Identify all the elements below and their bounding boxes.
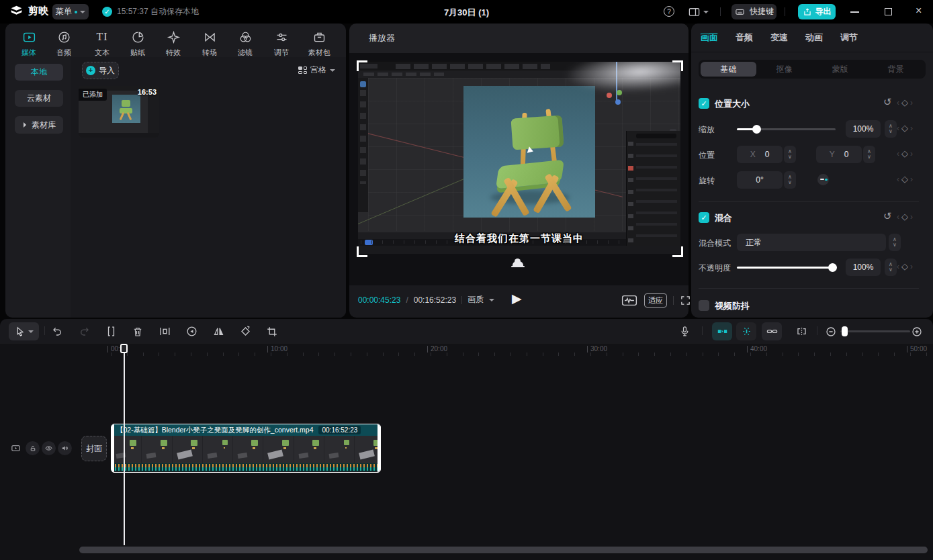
reset-icon[interactable]: ↺ bbox=[883, 96, 892, 108]
stabilize-checkbox[interactable] bbox=[699, 300, 709, 311]
rotate-button[interactable] bbox=[236, 322, 254, 340]
zoom-slider-knob[interactable] bbox=[842, 326, 848, 336]
tab-stickers[interactable]: 贴纸 bbox=[120, 28, 156, 58]
keyframe-control[interactable]: ‹◇› bbox=[897, 148, 913, 158]
reset-icon[interactable]: ↺ bbox=[883, 210, 892, 222]
fit-mode-button[interactable]: 适应 bbox=[644, 293, 667, 308]
delete-button[interactable] bbox=[129, 322, 146, 340]
subtab-mask[interactable]: 蒙版 bbox=[812, 62, 868, 77]
tab-filters[interactable]: 滤镜 bbox=[227, 28, 263, 58]
blend-checkbox[interactable]: ✓ bbox=[699, 212, 709, 223]
subtab-background[interactable]: 背景 bbox=[868, 62, 924, 77]
help-icon[interactable]: ? bbox=[664, 6, 674, 17]
export-button[interactable]: 导出 bbox=[798, 4, 836, 19]
fullscreen-icon[interactable] bbox=[680, 295, 691, 306]
blend-mode-dropdown[interactable]: 正常 bbox=[737, 234, 886, 251]
keyframe-control[interactable]: ‹◇› bbox=[897, 261, 913, 271]
rotation-stepper[interactable]: ∧∨ bbox=[784, 171, 796, 189]
horizontal-scrollbar[interactable] bbox=[79, 547, 928, 553]
subtab-basic[interactable]: 基础 bbox=[701, 62, 756, 77]
timeline-zoom-out-button[interactable] bbox=[822, 322, 840, 340]
track-lock-button[interactable] bbox=[26, 441, 40, 455]
track-visibility-button[interactable] bbox=[42, 441, 56, 455]
scale-stepper[interactable]: ∧∨ bbox=[885, 120, 897, 138]
media-item-thumbnail[interactable]: 已添加 16:53 【02-基础篇...ert.mp4 bbox=[79, 86, 159, 138]
tab-audio-settings[interactable]: 音频 bbox=[736, 32, 753, 44]
timeline-ruler[interactable]: 00:00 10:00 20:00 30:00 40:00 50:00 bbox=[79, 344, 928, 357]
view-mode-selector[interactable]: 宫格 bbox=[298, 64, 335, 76]
position-y-stepper[interactable]: ∧∨ bbox=[863, 146, 875, 163]
preview-quality-icon[interactable] bbox=[621, 294, 638, 307]
position-size-checkbox[interactable]: ✓ bbox=[699, 98, 709, 109]
position-y-field[interactable]: Y 0 bbox=[816, 146, 862, 163]
blend-mode-stepper[interactable]: ∧∨ bbox=[889, 234, 901, 251]
keyframe-control[interactable]: ‹◇› bbox=[897, 174, 913, 184]
position-x-field[interactable]: X 0 bbox=[737, 146, 783, 163]
reverse-button[interactable] bbox=[183, 322, 200, 340]
tab-adjust[interactable]: 调节 bbox=[263, 28, 300, 58]
preview-axis-toggle[interactable] bbox=[793, 322, 810, 340]
tab-picture[interactable]: 画面 bbox=[701, 32, 718, 44]
undo-button[interactable] bbox=[48, 322, 66, 340]
link-toggle[interactable] bbox=[762, 322, 782, 340]
cover-button[interactable]: 封面 bbox=[81, 436, 107, 461]
window-close-button[interactable]: × bbox=[916, 5, 922, 17]
main-track-magnet-toggle[interactable] bbox=[712, 322, 732, 340]
opacity-slider[interactable] bbox=[737, 267, 836, 269]
select-tool-button[interactable] bbox=[9, 322, 39, 340]
opacity-stepper[interactable]: ∧∨ bbox=[885, 259, 897, 276]
tab-speed[interactable]: 变速 bbox=[770, 32, 788, 44]
window-minimize-button[interactable] bbox=[850, 11, 859, 13]
shortcuts-button[interactable]: 快捷键 bbox=[731, 4, 776, 19]
keyframe-control[interactable]: ‹◇› bbox=[897, 97, 913, 107]
opacity-value[interactable]: 100% bbox=[846, 259, 881, 276]
subtab-cutout[interactable]: 抠像 bbox=[756, 62, 812, 77]
timeline-zoom-in-button[interactable] bbox=[908, 322, 926, 340]
chevron-down-icon[interactable] bbox=[489, 299, 494, 304]
mirror-button[interactable] bbox=[210, 322, 227, 340]
quality-selector[interactable]: 画质 bbox=[468, 294, 484, 306]
tab-media[interactable]: 媒体 bbox=[11, 28, 47, 58]
video-corner-handle[interactable] bbox=[672, 246, 683, 257]
tab-animation[interactable]: 动画 bbox=[805, 32, 823, 44]
cloud-icon[interactable] bbox=[513, 261, 523, 267]
import-button[interactable]: + 导入 bbox=[82, 62, 119, 79]
clip-trim-handle-left[interactable] bbox=[112, 424, 114, 472]
play-button[interactable]: ▶ bbox=[512, 291, 522, 306]
menu-button[interactable]: 菜单 bbox=[52, 4, 89, 19]
workspace-layout-button[interactable] bbox=[688, 5, 709, 18]
tab-adjust-settings[interactable]: 调节 bbox=[840, 32, 858, 44]
sidebar-item-local[interactable]: 本地 bbox=[15, 64, 63, 81]
player-video-canvas[interactable]: 结合着我们在第一节课当中 bbox=[358, 62, 680, 254]
playhead-line[interactable] bbox=[124, 344, 125, 545]
window-maximize-button[interactable] bbox=[885, 8, 892, 15]
video-corner-handle[interactable] bbox=[672, 60, 683, 71]
split-button[interactable] bbox=[102, 322, 120, 340]
sidebar-item-library[interactable]: 素材库 bbox=[15, 116, 63, 134]
crop-button[interactable] bbox=[263, 322, 281, 340]
sidebar-item-cloud[interactable]: 云素材 bbox=[15, 90, 63, 107]
scale-value[interactable]: 100% bbox=[846, 120, 881, 138]
timeline-clip[interactable]: 【02-基础篇】Blender小凳子之凳面及凳脚的创作_convert.mp4 … bbox=[111, 424, 381, 473]
redo-button[interactable] bbox=[75, 322, 93, 340]
scale-slider[interactable] bbox=[737, 128, 836, 130]
record-voice-button[interactable] bbox=[676, 322, 693, 340]
tab-templates[interactable]: 素材包 bbox=[301, 28, 337, 58]
keyframe-control[interactable]: ‹◇› bbox=[897, 212, 913, 222]
rotation-value[interactable]: 0° bbox=[737, 171, 783, 189]
clip-trim-handle-right[interactable] bbox=[377, 424, 380, 472]
timeline-zoom-slider[interactable] bbox=[840, 330, 910, 332]
tab-effects[interactable]: 特效 bbox=[155, 28, 191, 58]
auto-snap-toggle[interactable] bbox=[736, 322, 756, 340]
video-corner-handle[interactable] bbox=[357, 60, 367, 71]
position-x-stepper[interactable]: ∧∨ bbox=[784, 146, 796, 163]
tab-audio[interactable]: 音频 bbox=[46, 28, 82, 58]
video-corner-handle[interactable] bbox=[357, 246, 367, 257]
rotation-dial[interactable] bbox=[817, 174, 829, 185]
tab-transitions[interactable]: 转场 bbox=[191, 28, 228, 58]
playhead-handle[interactable] bbox=[120, 344, 128, 353]
tab-text[interactable]: TI 文本 bbox=[84, 28, 120, 58]
track-mute-button[interactable] bbox=[58, 441, 72, 455]
freeze-frame-button[interactable] bbox=[156, 322, 173, 340]
keyframe-control[interactable]: ‹◇› bbox=[897, 123, 913, 133]
